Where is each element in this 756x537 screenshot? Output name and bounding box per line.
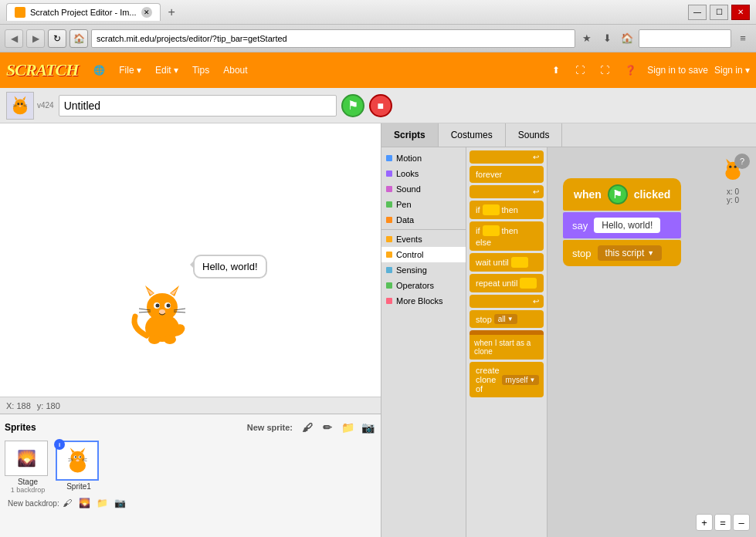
if2-input xyxy=(483,225,500,236)
stop-block[interactable]: stop this script ▼ xyxy=(563,240,681,266)
bookmark-icon[interactable]: ★ xyxy=(578,30,595,47)
layout-icon[interactable]: ⛶ xyxy=(571,62,589,79)
scripts-help-icon[interactable]: ? xyxy=(734,154,750,169)
block-if-then[interactable]: if then xyxy=(470,201,544,219)
svg-point-5 xyxy=(21,103,23,105)
zoom-out-button[interactable]: – xyxy=(733,514,750,531)
new-tab-button[interactable]: + xyxy=(164,5,180,19)
tips-button[interactable]: Tips xyxy=(188,62,214,79)
landscape-backdrop-button[interactable]: 🌄 xyxy=(77,495,93,511)
zoom-in-button[interactable]: + xyxy=(696,514,713,531)
create-clone-dropdown[interactable]: myself ▼ xyxy=(502,375,540,385)
category-operators[interactable]: Operators xyxy=(381,278,466,293)
sprite1-cat xyxy=(60,444,95,478)
project-name-input[interactable] xyxy=(59,95,337,117)
minimize-button[interactable]: — xyxy=(688,5,707,20)
block-arrow-top[interactable]: ↩ xyxy=(470,150,544,164)
share-icon[interactable]: ⬆ xyxy=(548,62,564,79)
paint-sprite-button[interactable]: 🖌 xyxy=(299,419,316,436)
tab-sounds[interactable]: Sounds xyxy=(506,123,563,147)
address-input[interactable] xyxy=(91,29,575,48)
say-value[interactable]: Hello, world! xyxy=(594,218,660,233)
stop-dropdown[interactable]: all ▼ xyxy=(494,314,517,324)
home-button[interactable]: 🏠 xyxy=(69,29,88,48)
backdrop-icons: 🖌 🌄 📁 📷 xyxy=(59,495,128,511)
if-input xyxy=(483,204,500,215)
help-icon[interactable]: ❓ xyxy=(620,62,641,79)
svg-point-37 xyxy=(76,459,80,461)
search-input[interactable] xyxy=(639,29,731,48)
category-events[interactable]: Events xyxy=(381,231,466,247)
block-arrow-repeat[interactable]: ↩ xyxy=(470,295,544,308)
sign-in-to-save-button[interactable]: Sign in to save xyxy=(647,65,708,76)
main-layout: Hello, world! xyxy=(0,123,756,537)
settings-icon[interactable]: ≡ xyxy=(734,30,751,47)
home-icon[interactable]: 🏠 xyxy=(619,30,636,47)
category-looks[interactable]: Looks xyxy=(381,166,466,181)
stage-thumb[interactable]: 🌄 Stage 1 backdrop xyxy=(5,441,51,494)
block-arrow-after-forever[interactable]: ↩ xyxy=(470,185,544,198)
svg-point-19 xyxy=(156,304,160,308)
tab-costumes[interactable]: Costumes xyxy=(439,123,506,147)
operators-label: Operators xyxy=(396,281,434,290)
file-menu-button[interactable]: File ▾ xyxy=(114,62,146,79)
browser-tab[interactable]: Scratch Project Editor - Im... ✕ xyxy=(6,3,161,21)
block-create-clone[interactable]: create clone of myself ▼ xyxy=(470,362,544,397)
category-motion[interactable]: Motion xyxy=(381,150,466,166)
back-button[interactable]: ◀ xyxy=(5,29,23,48)
folder-sprite-button[interactable]: 📁 xyxy=(339,419,356,436)
stop-button[interactable]: ■ xyxy=(369,94,392,117)
block-stop[interactable]: stop all ▼ xyxy=(470,310,544,328)
folder-backdrop-button[interactable]: 📁 xyxy=(95,495,110,511)
motion-label: Motion xyxy=(396,154,422,163)
category-sound[interactable]: Sound xyxy=(381,181,466,197)
sprite1-item[interactable]: i xyxy=(56,441,102,494)
stage-thumb-label: Stage xyxy=(5,478,51,486)
block-repeat-until[interactable]: repeat until xyxy=(470,274,544,292)
looks-label: Looks xyxy=(396,169,419,178)
camera-sprite-button[interactable]: 📷 xyxy=(359,419,376,436)
close-button[interactable]: ✕ xyxy=(731,5,750,20)
stage-canvas: Hello, world! xyxy=(0,123,381,397)
block-forever[interactable]: forever xyxy=(470,166,544,183)
cat-sprite[interactable] xyxy=(124,278,201,347)
more-blocks-dot xyxy=(386,298,392,304)
paint-backdrop-button[interactable]: 🖌 xyxy=(59,495,75,511)
hat-block[interactable]: when ⚑ clicked xyxy=(563,178,681,211)
forward-button[interactable]: ▶ xyxy=(26,29,45,48)
scripts-area[interactable]: when ⚑ clicked say Hello, world! stop xyxy=(548,147,756,537)
category-more-blocks[interactable]: More Blocks xyxy=(381,293,466,309)
globe-button[interactable]: 🌐 xyxy=(89,62,110,79)
zoom-reset-button[interactable]: = xyxy=(714,514,731,531)
block-if-else[interactable]: if then else xyxy=(470,221,544,251)
fullscreen-icon[interactable]: ⛶ xyxy=(595,62,614,79)
say-block[interactable]: say Hello, world! xyxy=(563,212,681,238)
category-sensing[interactable]: Sensing xyxy=(381,262,466,278)
wait-input xyxy=(511,257,528,268)
toolbar-right: ⬆ ⛶ ⛶ ❓ Sign in to save Sign in ▾ xyxy=(548,62,750,79)
edit-menu-button[interactable]: Edit ▾ xyxy=(151,62,183,79)
data-dot xyxy=(386,217,392,223)
browser-titlebar: Scratch Project Editor - Im... ✕ + — ☐ ✕ xyxy=(0,0,756,25)
sound-dot xyxy=(386,186,392,192)
edit-sprite-button[interactable]: ✏ xyxy=(319,419,336,436)
tab-favicon xyxy=(15,7,25,18)
download-icon[interactable]: ⬇ xyxy=(598,30,615,47)
tab-close-button[interactable]: ✕ xyxy=(141,7,152,18)
category-pen[interactable]: Pen xyxy=(381,197,466,212)
maximize-button[interactable]: ☐ xyxy=(710,5,728,20)
stage-thumb-sublabel: 1 backdrop xyxy=(5,486,51,494)
stop-dropdown-block[interactable]: this script ▼ xyxy=(598,245,663,261)
category-control[interactable]: Control xyxy=(381,247,466,262)
block-wait-until[interactable]: wait until xyxy=(470,253,544,272)
flag-icon: ⚑ xyxy=(608,184,628,204)
block-when-clone[interactable]: when I start as a clone xyxy=(470,330,544,360)
green-flag-button[interactable]: ⚑ xyxy=(341,94,364,117)
reload-button[interactable]: ↻ xyxy=(48,29,66,48)
camera-backdrop-button[interactable]: 📷 xyxy=(113,495,128,511)
sign-in-button[interactable]: Sign in ▾ xyxy=(714,65,750,76)
about-button[interactable]: About xyxy=(219,62,252,79)
tab-scripts[interactable]: Scripts xyxy=(381,123,439,147)
category-data[interactable]: Data xyxy=(381,212,466,228)
sensing-label: Sensing xyxy=(396,265,427,275)
